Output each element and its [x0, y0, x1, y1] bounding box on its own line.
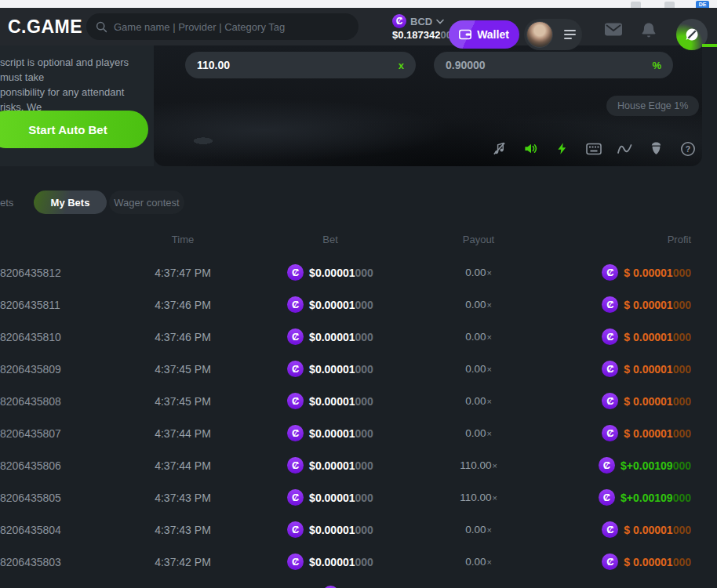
- bet-time: 4:37:43 PM: [118, 481, 248, 514]
- currency-code: BCD: [410, 16, 432, 27]
- bet-amount-cell: Ȼ$0.00001000: [256, 289, 405, 321]
- tab-my-bets[interactable]: My Bets: [34, 191, 107, 214]
- bet-id: 8206435805: [0, 481, 61, 514]
- table-row[interactable]: 82064358034:37:42 PMȻ$0.000010000.00×Ȼ$ …: [0, 546, 717, 578]
- bet-payout: 0.00×: [405, 321, 552, 353]
- col-header-bet: Bet: [256, 234, 405, 245]
- table-row[interactable]: 82064358104:37:46 PMȻ$0.000010000.00×Ȼ$ …: [0, 321, 717, 353]
- bet-profit-cell: Ȼ$ 0.00001000: [602, 289, 691, 321]
- multiplier-symbol: ×: [492, 461, 497, 470]
- browser-extension-icon[interactable]: [631, 2, 641, 8]
- bet-profit: $ 0.00001000: [624, 556, 691, 568]
- bet-time: 4:37:46 PM: [118, 289, 248, 321]
- multiplier-symbol: ×: [486, 557, 491, 567]
- bet-id: 8206435803: [0, 546, 61, 578]
- bet-payout: 0.00×: [405, 514, 552, 546]
- bet-payout: 0.00×: [405, 289, 552, 321]
- bet-profit: $ 0.00001000: [624, 363, 691, 376]
- payout-multiplier-input[interactable]: 110.00 x: [185, 52, 416, 78]
- search-input[interactable]: [114, 21, 349, 33]
- bet-payout: 110.00×: [405, 449, 552, 481]
- table-row[interactable]: 82064358044:37:43 PMȻ$0.000010000.00×Ȼ$ …: [0, 514, 717, 546]
- bet-payout: 110.00×: [405, 481, 552, 514]
- bet-profit: $+0.00109000: [621, 492, 691, 504]
- win-chance-input[interactable]: 0.90000 %: [434, 52, 673, 78]
- bet-amount-cell: Ȼ: [256, 578, 405, 588]
- bet-amount: $0.00001000: [309, 267, 373, 279]
- bet-profit-cell: Ȼ$ 0.00001000: [602, 353, 691, 385]
- browser-toolbar-strip: DE: [0, 0, 717, 8]
- avatar[interactable]: [526, 21, 553, 48]
- bet-time: 4:37:45 PM: [118, 385, 248, 417]
- coin-icon: Ȼ: [602, 393, 618, 409]
- bet-profit-cell: Ȼ$ 0.00001000: [602, 417, 691, 449]
- bet-id: 8206435808: [0, 385, 61, 417]
- site-header: C.GAME Ȼ BCD $0.18734200 Wallet: [0, 8, 717, 45]
- seed-acorn-icon[interactable]: [648, 140, 664, 157]
- bets-tab-bar: ets My Bets Wager contest: [0, 191, 717, 214]
- table-row[interactable]: Ȼ: [0, 578, 717, 588]
- notification-bell-icon[interactable]: [641, 22, 657, 38]
- bet-time: 4:37:44 PM: [118, 449, 248, 481]
- bet-amount-cell: Ȼ$0.00001000: [256, 353, 405, 385]
- bet-id: 8206435806: [0, 449, 61, 481]
- bet-amount-cell: Ȼ$0.00001000: [256, 417, 405, 449]
- site-logo[interactable]: C.GAME: [8, 8, 82, 45]
- multiplier-symbol: ×: [486, 397, 491, 406]
- bet-id: 8206435810: [0, 321, 61, 353]
- limbo-game-panel: script is optional and players must take…: [0, 45, 717, 166]
- bet-amount-cell: Ȼ$0.00001000: [256, 321, 405, 353]
- bet-profit-cell: Ȼ$ 0.00001000: [602, 546, 691, 578]
- user-menu[interactable]: [524, 19, 582, 50]
- bet-profit: $ 0.00001000: [624, 524, 691, 536]
- coin-icon: Ȼ: [287, 521, 304, 538]
- mail-envelope-icon[interactable]: [604, 22, 623, 37]
- bet-amount: $0.00001000: [309, 524, 373, 536]
- wallet-balance: $0.18734200: [392, 29, 455, 41]
- coin-icon: Ȼ: [287, 328, 304, 345]
- bet-profit: $ 0.00001000: [624, 299, 691, 311]
- bet-profit: $+0.00109000: [621, 459, 691, 472]
- bet-profit-cell: Ȼ$ 0.00001000: [602, 256, 691, 289]
- sound-on-icon[interactable]: [522, 140, 539, 157]
- music-off-icon[interactable]: [491, 140, 508, 157]
- bet-profit: $ 0.00001000: [624, 267, 691, 279]
- tab-all-bets[interactable]: ets: [0, 191, 13, 214]
- bet-time: 4:37:46 PM: [118, 321, 248, 353]
- table-row[interactable]: 82064358084:37:45 PMȻ$0.000010000.00×Ȼ$ …: [0, 385, 717, 417]
- live-stats-curve-icon[interactable]: [617, 140, 633, 157]
- bcd-coin-icon: Ȼ: [392, 14, 406, 28]
- wallet-button[interactable]: Wallet: [449, 20, 519, 49]
- table-row[interactable]: 82064358094:37:45 PMȻ$0.000010000.00×Ȼ$ …: [0, 353, 717, 385]
- multiplier-symbol: ×: [492, 493, 497, 503]
- hotkeys-keyboard-icon[interactable]: [585, 140, 602, 157]
- multiplier-symbol: ×: [486, 429, 491, 438]
- tab-wager-contest[interactable]: Wager contest: [109, 191, 184, 214]
- coin-icon: Ȼ: [602, 554, 618, 570]
- col-header-time: Time: [118, 234, 248, 245]
- help-question-icon[interactable]: ?: [679, 140, 696, 157]
- bet-amount: $0.00001000: [309, 395, 373, 408]
- bets-table-header: Time Bet Payout Profit: [0, 234, 717, 248]
- coin-icon: Ȼ: [287, 264, 304, 281]
- coin-icon: Ȼ: [602, 296, 618, 313]
- table-row[interactable]: 82064358124:37:47 PMȻ$0.000010000.00×Ȼ$ …: [0, 256, 717, 289]
- browser-extension-badge[interactable]: DE: [696, 1, 709, 8]
- turbo-bolt-icon[interactable]: [554, 140, 570, 157]
- table-row[interactable]: 82064358064:37:44 PMȻ$0.00001000110.00×Ȼ…: [0, 449, 717, 481]
- bet-amount: $0.00001000: [309, 427, 373, 440]
- table-row[interactable]: 82064358114:37:46 PMȻ$0.000010000.00×Ȼ$ …: [0, 289, 717, 321]
- bet-amount-cell: Ȼ$0.00001000: [256, 449, 405, 481]
- currency-selector[interactable]: Ȼ BCD $0.18734200: [392, 14, 455, 41]
- bet-profit-cell: Ȼ$ 0.00001000: [602, 321, 691, 353]
- table-row[interactable]: 82064358054:37:43 PMȻ$0.00001000110.00×Ȼ…: [0, 481, 717, 514]
- multiplier-symbol: ×: [486, 300, 491, 310]
- bet-payout: 0.00×: [405, 353, 552, 385]
- table-row[interactable]: 82064358074:37:44 PMȻ$0.000010000.00×Ȼ$ …: [0, 417, 717, 449]
- bet-amount: $0.00001000: [309, 299, 373, 311]
- start-auto-bet-button[interactable]: Start Auto Bet: [0, 111, 148, 148]
- browser-profile-icon[interactable]: [664, 2, 675, 8]
- game-search[interactable]: [86, 13, 358, 40]
- coin-icon: Ȼ: [287, 296, 304, 313]
- bet-time: 4:37:44 PM: [118, 417, 248, 449]
